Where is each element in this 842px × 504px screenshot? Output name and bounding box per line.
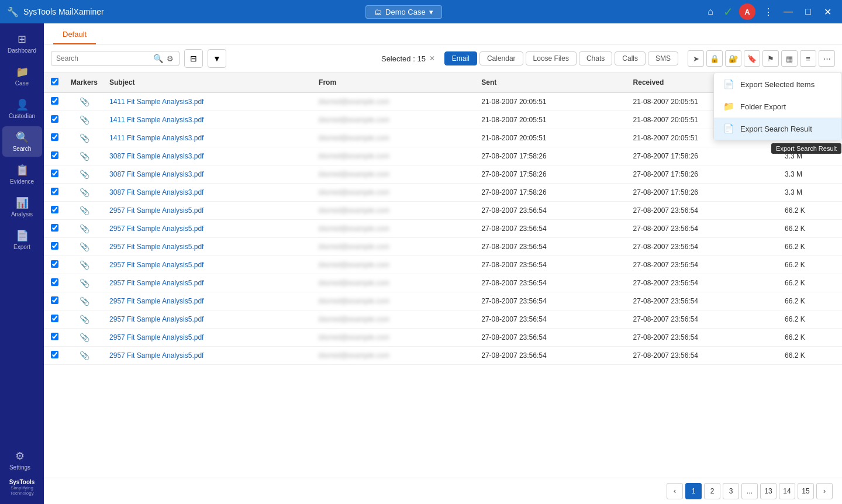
pagination-page-1[interactable]: 1 xyxy=(685,483,702,499)
row-checkbox[interactable] xyxy=(51,170,58,177)
header-checkbox[interactable] xyxy=(44,73,65,92)
row-checkbox-cell[interactable] xyxy=(44,92,65,111)
dropdown-export-selected[interactable]: 📄 Export Selected Items xyxy=(714,73,841,95)
export-arrow-icon[interactable]: ➤ xyxy=(688,50,704,67)
filter-tab-email[interactable]: Email xyxy=(444,51,477,65)
more-export-icon[interactable]: ⋯ xyxy=(819,50,835,67)
row-checkbox[interactable] xyxy=(51,296,58,304)
row-checkbox-cell[interactable] xyxy=(44,184,65,202)
search-settings-icon[interactable]: ⚙ xyxy=(167,54,174,63)
subject-link[interactable]: 3087 Fit Sample Analysis3.pdf xyxy=(109,188,307,196)
pagination-next[interactable]: › xyxy=(816,483,833,499)
row-subject-cell[interactable]: 3087 Fit Sample Analysis3.pdf xyxy=(103,147,313,165)
pagination-page-2[interactable]: 2 xyxy=(704,483,720,499)
grid-icon[interactable]: ▦ xyxy=(781,50,798,67)
pagination-page-14[interactable]: 14 xyxy=(779,483,795,499)
flag-icon[interactable]: ⚑ xyxy=(762,50,779,67)
search-icon[interactable]: 🔍 xyxy=(153,54,163,63)
subject-link[interactable]: 1411 Fit Sample Analysis3.pdf xyxy=(109,134,307,142)
row-checkbox-cell[interactable] xyxy=(44,238,65,256)
filter-button[interactable]: ▼ xyxy=(208,49,226,68)
select-all-checkbox[interactable] xyxy=(51,78,58,85)
row-checkbox-cell[interactable] xyxy=(44,129,65,147)
row-checkbox[interactable] xyxy=(51,115,58,123)
sidebar-item-dashboard[interactable]: ⊞ Dashboard xyxy=(2,28,42,58)
subject-link[interactable]: 2957 Fit Sample Analysis5.pdf xyxy=(109,225,307,233)
filter-tab-calls[interactable]: Calls xyxy=(615,51,646,65)
subject-link[interactable]: 1411 Fit Sample Analysis3.pdf xyxy=(109,98,307,106)
row-checkbox-cell[interactable] xyxy=(44,274,65,292)
sidebar-item-export[interactable]: 📄 Export xyxy=(2,225,42,255)
subject-link[interactable]: 1411 Fit Sample Analysis3.pdf xyxy=(109,116,307,124)
sidebar-item-analysis[interactable]: 📊 Analysis xyxy=(2,192,42,222)
row-checkbox-cell[interactable] xyxy=(44,147,65,165)
row-subject-cell[interactable]: 2957 Fit Sample Analysis5.pdf xyxy=(103,202,313,220)
tab-default[interactable]: Default xyxy=(53,25,96,44)
row-checkbox-cell[interactable] xyxy=(44,202,65,220)
row-subject-cell[interactable]: 3087 Fit Sample Analysis3.pdf xyxy=(103,184,313,202)
row-checkbox-cell[interactable] xyxy=(44,165,65,184)
row-subject-cell[interactable]: 1411 Fit Sample Analysis3.pdf xyxy=(103,129,313,147)
avatar[interactable]: A xyxy=(739,4,755,20)
demo-case-button[interactable]: 🗂 Demo Case ▾ xyxy=(365,5,442,19)
subject-link[interactable]: 2957 Fit Sample Analysis5.pdf xyxy=(109,261,307,269)
subject-link[interactable]: 2957 Fit Sample Analysis5.pdf xyxy=(109,297,307,305)
dropdown-export-search[interactable]: 📄 Export Search Result xyxy=(714,118,841,140)
row-checkbox-cell[interactable] xyxy=(44,256,65,274)
row-subject-cell[interactable]: 2957 Fit Sample Analysis5.pdf xyxy=(103,292,313,310)
row-subject-cell[interactable]: 1411 Fit Sample Analysis3.pdf xyxy=(103,111,313,129)
row-subject-cell[interactable]: 3087 Fit Sample Analysis3.pdf xyxy=(103,165,313,184)
row-subject-cell[interactable]: 2957 Fit Sample Analysis5.pdf xyxy=(103,274,313,292)
subject-link[interactable]: 2957 Fit Sample Analysis5.pdf xyxy=(109,333,307,341)
sidebar-item-settings[interactable]: ⚙ Settings xyxy=(0,445,40,475)
bookmark-icon[interactable]: 🔖 xyxy=(744,50,760,67)
pagination-page-13[interactable]: 13 xyxy=(760,483,777,499)
row-subject-cell[interactable]: 2957 Fit Sample Analysis5.pdf xyxy=(103,220,313,238)
row-subject-cell[interactable]: 2957 Fit Sample Analysis5.pdf xyxy=(103,310,313,329)
row-checkbox-cell[interactable] xyxy=(44,347,65,365)
row-checkbox[interactable] xyxy=(51,133,58,141)
row-checkbox-cell[interactable] xyxy=(44,310,65,329)
home-icon[interactable]: ⌂ xyxy=(703,6,717,17)
row-checkbox[interactable] xyxy=(51,97,58,105)
row-subject-cell[interactable]: 1411 Fit Sample Analysis3.pdf xyxy=(103,92,313,111)
dropdown-folder-export[interactable]: 📁 Folder Export xyxy=(714,95,841,118)
row-checkbox[interactable] xyxy=(51,351,58,358)
filter-tab-chats[interactable]: Chats xyxy=(579,51,612,65)
row-subject-cell[interactable]: 2957 Fit Sample Analysis5.pdf xyxy=(103,238,313,256)
row-subject-cell[interactable]: 2957 Fit Sample Analysis5.pdf xyxy=(103,347,313,365)
subject-link[interactable]: 2957 Fit Sample Analysis5.pdf xyxy=(109,351,307,360)
row-checkbox[interactable] xyxy=(51,260,58,268)
row-checkbox-cell[interactable] xyxy=(44,220,65,238)
more-options-icon[interactable]: ⋮ xyxy=(761,6,775,18)
pagination-prev[interactable]: ‹ xyxy=(667,483,683,499)
row-checkbox[interactable] xyxy=(51,151,58,159)
filter-tab-sms[interactable]: SMS xyxy=(648,51,678,65)
row-checkbox-cell[interactable] xyxy=(44,292,65,310)
maximize-button[interactable]: □ xyxy=(801,6,815,17)
filter-tab-calendar[interactable]: Calendar xyxy=(479,51,523,65)
subject-link[interactable]: 2957 Fit Sample Analysis5.pdf xyxy=(109,315,307,323)
row-checkbox-cell[interactable] xyxy=(44,111,65,129)
sidebar-item-evidence[interactable]: 📋 Evidence xyxy=(2,159,42,189)
row-checkbox[interactable] xyxy=(51,224,58,232)
row-subject-cell[interactable]: 2957 Fit Sample Analysis5.pdf xyxy=(103,256,313,274)
filter-tab-loose-files[interactable]: Loose Files xyxy=(526,51,577,65)
row-checkbox[interactable] xyxy=(51,188,58,195)
search-input[interactable] xyxy=(56,54,150,63)
subject-link[interactable]: 2957 Fit Sample Analysis5.pdf xyxy=(109,279,307,287)
subject-link[interactable]: 3087 Fit Sample Analysis3.pdf xyxy=(109,152,307,160)
pagination-page-3[interactable]: 3 xyxy=(723,483,739,499)
lock2-icon[interactable]: 🔐 xyxy=(725,50,741,67)
row-checkbox[interactable] xyxy=(51,315,58,322)
row-checkbox[interactable] xyxy=(51,206,58,213)
subject-link[interactable]: 2957 Fit Sample Analysis5.pdf xyxy=(109,206,307,215)
sidebar-item-custodian[interactable]: 👤 Custodian xyxy=(2,94,42,124)
row-checkbox[interactable] xyxy=(51,333,58,340)
sidebar-item-search[interactable]: 🔍 Search xyxy=(2,126,42,157)
row-checkbox[interactable] xyxy=(51,278,58,286)
close-button[interactable]: ✕ xyxy=(821,6,835,18)
row-checkbox[interactable] xyxy=(51,242,58,250)
lock-icon[interactable]: 🔒 xyxy=(706,50,723,67)
list-icon[interactable]: ≡ xyxy=(800,50,816,67)
